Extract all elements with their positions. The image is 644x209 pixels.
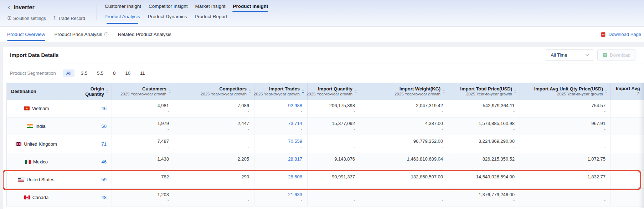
back-button[interactable]: [7, 5, 11, 10]
segment-option-10[interactable]: 10: [122, 69, 133, 77]
column-header-import_total_price[interactable]: Import Total Price(USD)2025 Year-to-year…: [448, 83, 520, 100]
header-link-trade-record[interactable]: Trade Record: [52, 16, 85, 21]
cell-destination: United States: [7, 171, 62, 188]
cell-origin_quantity: 59: [62, 171, 112, 188]
table-row-vietnam[interactable]: Vietnam464,981-7,086-92,988-206,175,398-…: [7, 100, 644, 117]
card-controls: All Time x Download: [546, 49, 635, 61]
table-row-united-states[interactable]: United States59782-290-28,508-90,991,337…: [7, 171, 644, 189]
import_trades-value[interactable]: 28,508: [254, 174, 302, 180]
tab-product-overview[interactable]: Product Overview: [7, 27, 45, 42]
sort-icon[interactable]: [442, 90, 445, 93]
origin-quantity-link[interactable]: 59: [62, 177, 107, 183]
column-header-origin_quantity[interactable]: OriginQuantity: [62, 83, 112, 100]
sort-icon[interactable]: [514, 90, 517, 93]
import_quantity-value: 15,377,092: [308, 121, 355, 126]
nav-item-competitor-insight[interactable]: Competitor Insight: [148, 3, 188, 11]
import_avg_cut-value: [611, 192, 644, 198]
download-button[interactable]: x Download: [597, 49, 635, 61]
growth-value: -: [360, 145, 443, 150]
nav-item-product-report[interactable]: Product Report: [195, 14, 227, 19]
sort-icon[interactable]: [605, 90, 608, 93]
import_total_price-value: 1,573,885,160.98: [448, 121, 515, 126]
segmentation-label: Product Segmentation: [10, 70, 56, 76]
primary-nav: Customer InsightCompetitor InsightMarket…: [104, 3, 268, 11]
header-link-label: Solution settings: [13, 16, 46, 21]
import_trades-value[interactable]: 70,559: [254, 139, 302, 144]
table-row-united-kingdom[interactable]: United Kingdom717,487--70,559--96,779,35…: [7, 135, 644, 153]
cell-import_weight: 132,850,507.00-: [360, 171, 448, 188]
origin-quantity-link[interactable]: 50: [62, 124, 107, 129]
cell-customers: 1,438-: [112, 153, 174, 171]
cell-import_weight: -: [360, 189, 448, 206]
segment-option-all[interactable]: All: [63, 69, 74, 77]
growth-value: -: [254, 145, 302, 150]
import_trades-value[interactable]: 28,817: [254, 156, 302, 162]
cell-import_weight: 1,463,810,689.04-: [360, 153, 448, 171]
growth-value: [611, 198, 644, 203]
customers-value: 1,438: [112, 156, 169, 162]
download-page-link[interactable]: PDF Download Page: [601, 32, 641, 37]
sort-icon[interactable]: [106, 90, 109, 93]
nav-item-product-analysis[interactable]: Product Analysis: [104, 14, 140, 19]
origin-quantity-link[interactable]: 48: [62, 195, 107, 200]
header-nav: Customer InsightCompetitor InsightMarket…: [96, 0, 268, 26]
origin-quantity-link[interactable]: 46: [62, 159, 107, 165]
nav-item-customer-insight[interactable]: Customer Insight: [104, 3, 141, 11]
cell-competitors: -: [174, 135, 254, 153]
nav-item-market-insight[interactable]: Market Insight: [195, 3, 226, 11]
nav-item-product-insight[interactable]: Product Insight: [232, 3, 268, 11]
cell-import_avg_cut: [611, 135, 644, 153]
column-header-import_trades[interactable]: Import Trades2025 Year-to-year growth: [254, 83, 308, 100]
growth-value: -: [254, 198, 302, 203]
segment-option-5-5[interactable]: 5.5: [94, 69, 107, 77]
origin-quantity-link[interactable]: 71: [62, 141, 107, 147]
growth-value: -: [308, 109, 355, 114]
origin-quantity-link[interactable]: 46: [62, 106, 107, 111]
tab-related-product-analysis[interactable]: Related Product Analysis: [118, 27, 171, 42]
growth-value: -: [360, 127, 443, 132]
column-header-import_avg_unit_qty_price[interactable]: Import Avg.Unit Qty Price(USD)2025 Year-…: [520, 83, 611, 100]
header-link-solution-settings[interactable]: Solution settings: [7, 16, 46, 21]
sort-icon[interactable]: [168, 90, 171, 93]
uk-flag-icon: [16, 142, 21, 146]
segment-option-11[interactable]: 11: [137, 69, 148, 77]
chevron-down-icon: [585, 54, 589, 56]
column-header-import_weight[interactable]: Import Weight(KG)2025 Year-to-year growt…: [360, 83, 448, 100]
excel-icon: x: [602, 52, 608, 58]
table-header-row: DestinationOriginQuantityCustomers2025 Y…: [7, 83, 644, 100]
growth-value: -: [254, 180, 302, 186]
time-filter-dropdown[interactable]: All Time: [546, 49, 593, 61]
tab-product-price-analysis[interactable]: Product Price Analysisi: [55, 27, 109, 42]
import_avg_cut-value: [611, 103, 644, 109]
growth-value: -: [448, 109, 515, 114]
table-row-canada[interactable]: Canada481,203--21,633---1,376,779,246.00…: [7, 189, 644, 207]
competitors-value: 290: [174, 174, 249, 180]
growth-value: -: [520, 180, 606, 186]
table-row-india[interactable]: India501,979-2,447-73,714-15,377,092-4,3…: [7, 117, 644, 135]
sort-icon[interactable]: [248, 90, 251, 93]
column-header-competitors[interactable]: Competitors2025 Year-to-year growth: [174, 83, 254, 100]
segmentation-row: Product Segmentation All3.55.581011: [3, 63, 644, 83]
segment-option-8[interactable]: 8: [110, 69, 119, 77]
import_total_price-value: 1,376,779,246.00: [448, 192, 515, 198]
import_trades-value[interactable]: 92,988: [254, 103, 302, 109]
segment-option-3-5[interactable]: 3.5: [78, 69, 91, 77]
competitors-value: [174, 139, 249, 144]
cell-destination: Canada: [7, 189, 62, 206]
sort-icon[interactable]: [354, 90, 357, 93]
import_trades-value[interactable]: 73,714: [254, 121, 302, 126]
growth-value: -: [174, 109, 249, 114]
tab-label: Product Overview: [7, 32, 45, 37]
nav-item-product-dynamics[interactable]: Product Dynamics: [148, 14, 187, 19]
growth-value: -: [520, 109, 606, 114]
growth-value: -: [174, 198, 249, 203]
cell-import_avg_unit_qty_price: 1,072.75-: [520, 153, 611, 171]
page-tabs: Product OverviewProduct Price AnalysisiR…: [7, 27, 171, 42]
column-header-customers[interactable]: Customers2025 Year-to-year growth: [112, 83, 174, 100]
column-header-import_quantity[interactable]: Import Quantity2025 Year-to-year growth: [308, 83, 360, 100]
sort-icon[interactable]: [302, 90, 304, 93]
growth-value: -: [360, 180, 443, 186]
import_trades-value[interactable]: 21,633: [254, 192, 302, 198]
competitors-value: 2,447: [174, 121, 249, 126]
table-row-mexico[interactable]: Mexico461,438-2,205-28,817-9,143,876-1,4…: [7, 153, 644, 171]
